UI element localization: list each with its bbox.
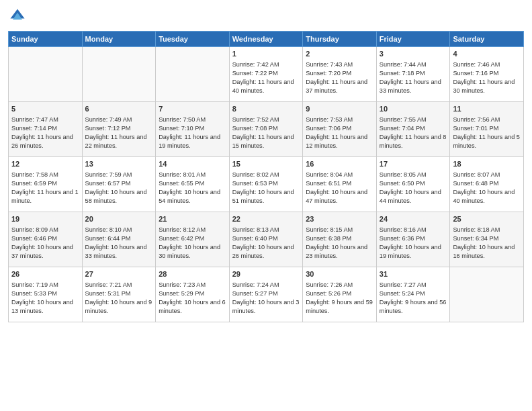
day-info: Daylight: 11 hours and 37 minutes. (306, 78, 373, 95)
day-info: Sunset: 7:20 PM (306, 69, 373, 78)
day-number: 1 (232, 49, 300, 59)
calendar-cell: 22Sunrise: 8:13 AMSunset: 6:40 PMDayligh… (229, 212, 303, 267)
day-number: 18 (453, 159, 521, 169)
calendar-cell: 3Sunrise: 7:44 AMSunset: 7:18 PMDaylight… (376, 47, 450, 102)
day-info: Sunset: 7:01 PM (453, 124, 521, 133)
day-info: Sunset: 6:53 PM (232, 179, 300, 188)
day-info: Daylight: 10 hours and 13 minutes. (11, 298, 79, 316)
day-info: Daylight: 11 hours and 30 minutes. (453, 78, 521, 95)
day-number: 4 (453, 49, 521, 59)
day-info: Daylight: 10 hours and 26 minutes. (232, 243, 300, 261)
day-number: 6 (85, 104, 153, 114)
day-info: Daylight: 10 hours and 44 minutes. (380, 188, 447, 205)
day-info: Sunset: 6:34 PM (453, 234, 521, 243)
day-number: 9 (306, 104, 373, 114)
day-info: Daylight: 10 hours and 30 minutes. (159, 243, 226, 261)
day-info: Sunrise: 7:59 AM (85, 171, 153, 179)
day-header-tuesday: Tuesday (156, 32, 230, 47)
calendar-table: SundayMondayTuesdayWednesdayThursdayFrid… (8, 31, 524, 322)
day-info: Sunset: 6:44 PM (85, 234, 153, 243)
day-header-friday: Friday (376, 32, 450, 47)
calendar-cell (450, 267, 524, 322)
day-number: 17 (380, 159, 447, 169)
day-info: Sunrise: 8:13 AM (232, 226, 300, 234)
day-header-wednesday: Wednesday (229, 32, 303, 47)
day-info: Daylight: 10 hours and 40 minutes. (453, 188, 521, 205)
calendar-cell: 26Sunrise: 7:19 AMSunset: 5:33 PMDayligh… (9, 267, 83, 322)
day-info: Sunset: 6:40 PM (232, 234, 300, 243)
day-info: Sunset: 5:29 PM (159, 289, 226, 298)
calendar-cell (156, 47, 230, 102)
calendar-cell: 7Sunrise: 7:50 AMSunset: 7:10 PMDaylight… (156, 102, 230, 157)
day-info: Sunrise: 7:19 AM (11, 281, 79, 289)
week-row-0: 1Sunrise: 7:42 AMSunset: 7:22 PMDaylight… (9, 47, 524, 102)
day-info: Sunrise: 8:05 AM (380, 171, 447, 179)
day-info: Daylight: 10 hours and 6 minutes. (159, 298, 226, 316)
calendar-cell: 23Sunrise: 8:15 AMSunset: 6:38 PMDayligh… (303, 212, 377, 267)
day-info: Sunrise: 7:55 AM (380, 116, 447, 124)
day-header-saturday: Saturday (450, 32, 524, 47)
day-info: Sunrise: 7:46 AM (453, 60, 521, 69)
day-info: Daylight: 11 hours and 40 minutes. (232, 78, 300, 95)
day-info: Daylight: 11 hours and 19 minutes. (159, 133, 226, 150)
day-info: Daylight: 10 hours and 58 minutes. (85, 188, 153, 205)
day-info: Sunrise: 8:07 AM (453, 171, 521, 179)
calendar-cell: 21Sunrise: 8:12 AMSunset: 6:42 PMDayligh… (156, 212, 230, 267)
day-info: Sunrise: 7:56 AM (453, 116, 521, 124)
calendar-cell: 10Sunrise: 7:55 AMSunset: 7:04 PMDayligh… (376, 102, 450, 157)
day-info: Sunrise: 7:49 AM (85, 116, 153, 124)
day-number: 15 (232, 159, 300, 169)
day-info: Daylight: 9 hours and 56 minutes. (380, 298, 447, 316)
day-info: Sunrise: 7:43 AM (306, 60, 373, 69)
day-info: Sunrise: 7:26 AM (306, 281, 373, 289)
calendar-cell: 4Sunrise: 7:46 AMSunset: 7:16 PMDaylight… (450, 47, 524, 102)
day-info: Sunrise: 7:53 AM (306, 116, 373, 124)
day-number: 14 (159, 159, 226, 169)
day-info: Sunset: 6:59 PM (11, 179, 79, 188)
day-info: Sunset: 6:46 PM (11, 234, 79, 243)
day-info: Sunset: 7:10 PM (159, 124, 226, 133)
day-number: 23 (306, 214, 373, 224)
day-info: Sunset: 7:06 PM (306, 124, 373, 133)
calendar-cell: 16Sunrise: 8:04 AMSunset: 6:51 PMDayligh… (303, 157, 377, 212)
day-number: 24 (380, 214, 447, 224)
calendar-container: SundayMondayTuesdayWednesdayThursdayFrid… (0, 0, 532, 328)
day-info: Sunrise: 8:02 AM (232, 171, 300, 179)
week-row-2: 12Sunrise: 7:58 AMSunset: 6:59 PMDayligh… (9, 157, 524, 212)
day-info: Sunrise: 7:27 AM (380, 281, 447, 289)
calendar-cell: 17Sunrise: 8:05 AMSunset: 6:50 PMDayligh… (376, 157, 450, 212)
day-info: Daylight: 10 hours and 9 minutes. (85, 298, 153, 316)
day-info: Daylight: 9 hours and 59 minutes. (306, 298, 373, 316)
day-info: Daylight: 10 hours and 19 minutes. (380, 243, 447, 261)
day-number: 10 (380, 104, 447, 114)
day-info: Daylight: 10 hours and 51 minutes. (232, 188, 300, 205)
day-info: Sunset: 7:14 PM (11, 124, 79, 133)
calendar-cell: 8Sunrise: 7:52 AMSunset: 7:08 PMDaylight… (229, 102, 303, 157)
calendar-cell: 27Sunrise: 7:21 AMSunset: 5:31 PMDayligh… (82, 267, 156, 322)
day-info: Daylight: 10 hours and 3 minutes. (232, 298, 300, 316)
day-info: Sunrise: 8:10 AM (85, 226, 153, 234)
logo (8, 7, 30, 26)
calendar-cell: 29Sunrise: 7:24 AMSunset: 5:27 PMDayligh… (229, 267, 303, 322)
day-info: Sunset: 7:04 PM (380, 124, 447, 133)
day-number: 2 (306, 49, 373, 59)
day-info: Sunset: 5:31 PM (85, 289, 153, 298)
day-info: Sunrise: 8:18 AM (453, 226, 521, 234)
day-info: Sunrise: 7:50 AM (159, 116, 226, 124)
day-header-thursday: Thursday (303, 32, 377, 47)
day-header-sunday: Sunday (9, 32, 83, 47)
day-info: Sunrise: 7:44 AM (380, 60, 447, 69)
day-info: Sunrise: 7:21 AM (85, 281, 153, 289)
day-number: 27 (85, 269, 153, 279)
calendar-cell: 5Sunrise: 7:47 AMSunset: 7:14 PMDaylight… (9, 102, 83, 157)
day-header-row: SundayMondayTuesdayWednesdayThursdayFrid… (9, 32, 524, 47)
day-number: 28 (159, 269, 226, 279)
day-number: 21 (159, 214, 226, 224)
day-info: Sunrise: 7:52 AM (232, 116, 300, 124)
day-number: 26 (11, 269, 79, 279)
calendar-cell: 6Sunrise: 7:49 AMSunset: 7:12 PMDaylight… (82, 102, 156, 157)
day-number: 30 (306, 269, 373, 279)
calendar-cell: 12Sunrise: 7:58 AMSunset: 6:59 PMDayligh… (9, 157, 83, 212)
day-info: Sunset: 6:36 PM (380, 234, 447, 243)
day-info: Sunrise: 7:23 AM (159, 281, 226, 289)
